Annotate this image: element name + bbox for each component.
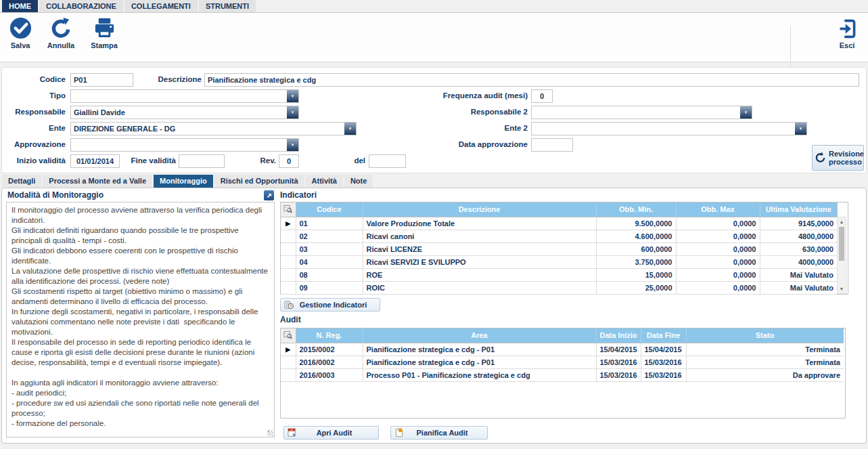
menutab-strumenti[interactable]: STRUMENTI [199, 0, 256, 12]
row-selector[interactable]: ▶ [281, 217, 296, 230]
responsabile2-input[interactable] [532, 106, 740, 119]
ctab-monitoraggio[interactable]: Monitoraggio [154, 175, 213, 188]
column-header[interactable]: Codice [296, 202, 363, 217]
table-cell: 01 [296, 217, 363, 230]
exit-button[interactable]: Esci [828, 16, 866, 49]
row-selector[interactable]: ▶ [281, 343, 296, 356]
table-row[interactable]: 03Ricavi LICENZE600,00000,0000630,0000 [281, 242, 837, 255]
chevron-down-icon[interactable]: ▼ [795, 123, 806, 135]
ctab-processi-a-monte-ed-a-valle[interactable]: Processi a Monte ed a Valle [43, 175, 152, 188]
apri-audit-button[interactable]: 12 Apri Audit [283, 426, 379, 440]
column-header[interactable]: Data Inizio [596, 328, 641, 343]
row-selector[interactable] [281, 242, 296, 255]
column-header[interactable]: Area [363, 328, 596, 343]
responsabile2-label: Responsabile 2 [406, 108, 528, 116]
chevron-down-icon[interactable]: ▼ [344, 123, 356, 135]
frequenza-audit-label: Frequenza audit (mesi) [406, 91, 528, 100]
revisione-processo-button[interactable]: Revisione processo [812, 145, 864, 171]
del-input[interactable] [369, 154, 406, 168]
gestione-indicatori-button[interactable]: Gestione Indicatori [280, 298, 380, 312]
table-row[interactable]: 09ROIC25,00000,0000Mai Valutato [281, 281, 837, 294]
responsabile-input[interactable] [71, 106, 287, 119]
descrizione-input[interactable] [204, 73, 859, 87]
modalita-monitoraggio-textarea[interactable]: Il monitoraggio del processo avviene att… [6, 202, 275, 437]
exit-icon [836, 16, 859, 40]
table-row[interactable]: ▶01Valore Produzione Totale9.500,00000,0… [281, 217, 837, 230]
ente-combobox[interactable]: ▼ [70, 122, 357, 135]
ente-label: Ente [1, 124, 66, 132]
column-header[interactable]: Obb. Max [676, 202, 760, 217]
pianifica-audit-button[interactable]: Pianifica Audit [390, 426, 488, 440]
approvazione-input[interactable] [71, 139, 287, 151]
menutab-collaborazione[interactable]: COLLABORAZIONE [39, 0, 123, 12]
scroll-down-icon[interactable]: ▼ [838, 284, 846, 293]
row-selector[interactable] [281, 230, 296, 242]
tipo-input[interactable] [71, 90, 287, 102]
expand-icon[interactable] [264, 190, 274, 200]
ente2-label: Ente 2 [406, 124, 528, 132]
menutab-collegamenti[interactable]: COLLEGAMENTI [124, 0, 198, 12]
data-approvazione-input[interactable] [531, 138, 573, 152]
column-header[interactable]: Descrizione [363, 202, 596, 217]
save-button[interactable]: Salva [1, 16, 39, 49]
codice-label: Codice [1, 75, 66, 83]
undo-button[interactable]: Annulla [42, 16, 80, 49]
column-header[interactable]: Stato [686, 328, 844, 343]
resize-grip[interactable] [267, 430, 273, 436]
ente2-input[interactable] [532, 123, 795, 135]
ente2-combobox[interactable]: ▼ [531, 122, 807, 135]
ente-input[interactable] [71, 123, 344, 135]
ctab-note[interactable]: Note [344, 175, 373, 188]
tipo-combobox[interactable]: ▼ [70, 89, 299, 103]
table-cell: 4800,0000 [760, 230, 837, 242]
table-row[interactable]: 02Ricavi canoni4.600,00000,00004800,0000 [281, 230, 837, 242]
scroll-thumb[interactable] [839, 227, 844, 261]
chevron-down-icon[interactable]: ▼ [287, 90, 298, 102]
chevron-down-icon[interactable]: ▼ [740, 106, 752, 119]
table-row[interactable]: 2016/0002Pianificazione strategica e cdg… [281, 356, 844, 368]
column-header[interactable]: Obb. Min. [596, 202, 676, 217]
chevron-down-icon[interactable]: ▼ [287, 139, 298, 151]
table-cell: 0,0000 [676, 242, 760, 255]
column-header[interactable]: N. Reg. [296, 328, 363, 343]
row-selector[interactable] [281, 368, 296, 381]
scroll-up-icon[interactable]: ▲ [838, 217, 846, 226]
lookup-icon[interactable] [281, 328, 296, 343]
rev-label: Rev. [235, 156, 276, 165]
table-cell: 15/03/2016 [596, 368, 641, 381]
indicatori-title: Indicatori [280, 190, 317, 200]
frequenza-audit-input[interactable] [531, 89, 553, 103]
chevron-down-icon[interactable]: ▼ [287, 106, 298, 119]
approvazione-combobox[interactable]: ▼ [70, 138, 299, 152]
table-cell: 03 [296, 242, 363, 255]
menutab-home[interactable]: HOME [2, 0, 38, 12]
codice-input[interactable] [70, 73, 133, 87]
print-button[interactable]: Stampa [85, 16, 123, 49]
column-header[interactable]: Data Fine [641, 328, 686, 343]
responsabile2-combobox[interactable]: ▼ [531, 106, 752, 119]
responsabile-combobox[interactable]: ▼ [70, 106, 299, 119]
ctab-dettagli[interactable]: Dettagli [2, 175, 41, 188]
inizio-validita-input[interactable] [70, 154, 120, 168]
row-selector[interactable] [281, 255, 296, 268]
table-cell: 0,0000 [676, 255, 760, 268]
table-row[interactable]: 04Ricavi SERVIZI E SVILUPPO3.750,00000,0… [281, 255, 837, 268]
column-header[interactable]: Ultima Valutazione [760, 202, 837, 217]
gestione-indicatori-icon [284, 300, 294, 309]
row-selector[interactable] [281, 281, 296, 294]
ctab-attivit-[interactable]: Attività [306, 175, 343, 188]
inizio-validita-label: Inizio validità [1, 156, 66, 165]
table-row[interactable]: 08ROE15,00000,0000Mai Valutato [281, 268, 837, 281]
row-selector[interactable] [281, 268, 296, 281]
ctab-rischi-ed-opportunit-[interactable]: Rischi ed Opportunità [214, 175, 304, 188]
responsabile-label: Responsabile [1, 108, 66, 116]
rev-input[interactable] [279, 154, 299, 168]
fine-validita-input[interactable] [179, 154, 225, 168]
table-row[interactable]: 2016/0003Processo P01 - Pianificazione s… [281, 368, 844, 381]
table-cell: Ricavi SERVIZI E SVILUPPO [363, 255, 596, 268]
table-row[interactable]: ▶2015/0002Pianificazione strategica e cd… [281, 343, 844, 356]
lookup-icon[interactable] [281, 202, 296, 217]
row-selector[interactable] [281, 356, 296, 368]
undo-arrow-icon [49, 16, 73, 40]
vertical-scrollbar[interactable]: ▲ ▼ [837, 202, 846, 294]
